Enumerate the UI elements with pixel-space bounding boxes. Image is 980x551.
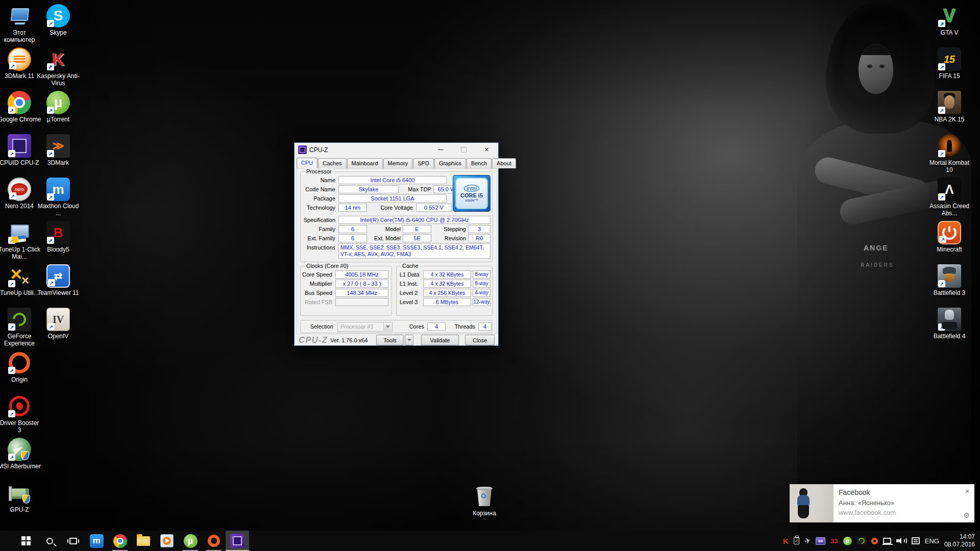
icon-label: FIFA 15 <box>939 72 960 80</box>
field-label: Code Name <box>301 185 335 193</box>
tools-button[interactable]: Tools <box>376 335 404 345</box>
desktop-icon-tuneup-utilities[interactable]: TuneUp Utili... <box>0 264 41 296</box>
taskbar-origin[interactable] <box>202 531 226 551</box>
taskbar-utorrent[interactable]: µ <box>179 531 202 551</box>
origin-tray-icon[interactable] <box>871 538 878 544</box>
close-button[interactable] <box>475 143 498 157</box>
l1-inst-field: 4 x 32 KBytes <box>423 280 471 288</box>
teamviewer-icon: ⇄ <box>46 264 70 288</box>
desktop-icon-3dmark[interactable]: ≫ 3DMark <box>36 134 80 166</box>
network-icon[interactable] <box>883 538 891 544</box>
field-label: Core Speed <box>302 270 332 279</box>
volume-icon[interactable] <box>896 537 906 545</box>
task-view-button[interactable] <box>61 531 85 551</box>
taskbar-chrome[interactable] <box>108 531 132 551</box>
selected-processor: Processor #1 <box>340 322 374 331</box>
desktop-icon-fifa-15[interactable]: 15 FIFA 15 <box>927 47 971 80</box>
desktop-icon-this-pc[interactable]: Этот компьютер <box>0 4 41 43</box>
tab-memory[interactable]: Memory <box>383 158 413 168</box>
desktop-icon-utorrent[interactable]: µ µTorrent <box>36 91 80 123</box>
bloody-tray-icon[interactable]: ✈ <box>803 535 812 546</box>
facebook-notification[interactable]: Facebook Анна: «Ясненько» www.facebook.c… <box>790 484 974 522</box>
desktop-icon-battlefield-4[interactable]: Battlefield 4 <box>927 308 971 340</box>
desktop-icon-gta-v[interactable]: V GTA V <box>927 4 971 36</box>
tab-mainboard[interactable]: Mainboard <box>347 158 383 168</box>
shortcut-arrow-icon <box>8 367 15 374</box>
desktop-icon-origin[interactable]: Origin <box>0 351 41 383</box>
search-button[interactable] <box>38 531 61 551</box>
tab-caches[interactable]: Caches <box>318 158 346 168</box>
taskbar-explorer[interactable] <box>132 531 155 551</box>
afterburner-tray-icon[interactable]: 60 <box>816 537 825 545</box>
desktop-icon-battlefield-3[interactable]: Battlefield 3 <box>927 264 971 296</box>
maximize-button[interactable] <box>452 143 475 157</box>
tools-dropdown-arrow[interactable] <box>405 335 413 345</box>
icon-label: TeamViewer 11 <box>37 289 79 296</box>
cpuz-window-icon <box>298 145 307 154</box>
clock[interactable]: 14:07 08.07.2016 <box>944 533 977 548</box>
kaspersky-tray-icon[interactable]: K <box>783 537 789 545</box>
close-window-button[interactable]: Close <box>465 335 495 345</box>
desktop-icon-minecraft[interactable]: Minecraft <box>927 221 971 253</box>
desktop-icon-3dmark-11[interactable]: 3DMark 11 <box>0 47 41 80</box>
tab-cpu[interactable]: CPU <box>297 158 317 169</box>
taskbar-cpuz-active[interactable] <box>226 531 249 551</box>
rated-fsb-field <box>335 298 388 306</box>
desktop-icon-openiv[interactable]: IV OpenIV <box>36 308 80 340</box>
tab-bench[interactable]: Bench <box>467 158 492 168</box>
nvidia-tray-icon[interactable] <box>857 537 866 544</box>
action-center-icon[interactable] <box>912 537 920 544</box>
start-button[interactable] <box>14 531 38 551</box>
recycle-bin[interactable]: Корзина <box>462 485 506 517</box>
utorrent-tray-icon[interactable]: µ <box>843 537 852 545</box>
window-footer: CPU-Z Ver. 1.76.0.x64 Tools Validate Clo… <box>295 335 498 346</box>
file-explorer-icon <box>137 536 150 546</box>
language-indicator[interactable]: ENG <box>925 537 939 545</box>
icon-label: TuneUp 1-Click Mai... <box>0 246 41 260</box>
desktop-icon-nero-2014[interactable]: nero Nero 2014 <box>0 178 41 210</box>
desktop-icon-gpu-z[interactable]: GPU-Z <box>0 481 41 513</box>
desktop-icon-cpuid-cpu-z[interactable]: CPUID CPU-Z <box>0 134 41 166</box>
shortcut-arrow-icon <box>939 236 946 243</box>
notification-settings-icon[interactable]: ⚙ <box>963 511 970 519</box>
media-player-icon <box>160 534 174 547</box>
desktop-icon-tuneup-1click[interactable]: TuneUp 1-Click Mai... <box>0 221 41 260</box>
titlebar[interactable]: CPU-Z <box>295 143 498 157</box>
desktop-icon-geforce-experience[interactable]: GeForce Experience <box>0 308 41 347</box>
bus-speed-field: 148.34 MHz <box>335 289 388 297</box>
taskbar-media-player[interactable] <box>155 531 179 551</box>
desktop-icon-teamviewer[interactable]: ⇄ TeamViewer 11 <box>36 264 80 296</box>
origin-icon <box>8 351 31 374</box>
shortcut-arrow-icon <box>938 107 945 114</box>
desktop-icon-mortal-kombat-10[interactable]: Mortal Kombat 10 <box>927 134 971 173</box>
tab-bar: CPU Caches Mainboard Memory SPD Graphics… <box>297 157 517 168</box>
desktop-icon-google-chrome[interactable]: Google Chrome <box>0 91 41 123</box>
validate-button[interactable]: Validate <box>421 335 459 345</box>
driver-booster-icon <box>8 394 31 418</box>
level3-field: 6 MBytes <box>423 298 471 306</box>
desktop-icon-skype[interactable]: S Skype <box>36 4 80 36</box>
tab-graphics[interactable]: Graphics <box>434 158 466 168</box>
thumbnail-person <box>796 488 811 521</box>
desktop-icon-bloody5[interactable]: B Bloody5 <box>36 221 80 253</box>
shortcut-arrow-icon <box>938 280 945 287</box>
desktop-icon-nba-2k15[interactable]: NBA 2K 15 <box>927 91 971 123</box>
notification-title: Facebook <box>839 488 969 496</box>
processor-selection-dropdown[interactable]: Processor #1 <box>337 322 393 332</box>
desktop-icon-kaspersky[interactable]: K Kaspersky Anti-Virus <box>36 47 80 87</box>
model-field: E <box>403 225 431 233</box>
icon-label: Mortal Kombat 10 <box>927 159 971 173</box>
cpu-z-icon <box>8 134 31 158</box>
icon-label: Google Chrome <box>0 116 41 123</box>
taskbar-maxthon[interactable]: m <box>85 531 108 551</box>
desktop-icon-assassins-creed[interactable]: Λ Assasin Creed Abs... <box>927 178 971 217</box>
core-temp-tray-icon[interactable]: 33 <box>830 537 838 545</box>
minimize-button[interactable] <box>429 143 452 157</box>
desktop-icon-driver-booster-3[interactable]: Driver Booster 3 <box>0 394 41 434</box>
notification-close-icon[interactable]: × <box>965 487 969 495</box>
tab-spd[interactable]: SPD <box>413 158 434 168</box>
usb-safely-remove-icon[interactable] <box>794 537 799 544</box>
desktop-icon-msi-afterburner[interactable]: MSI Afterburner <box>0 438 41 470</box>
desktop-icon-maxthon[interactable]: m Maxthon Cloud ... <box>36 178 80 217</box>
tab-about[interactable]: About <box>492 158 516 168</box>
